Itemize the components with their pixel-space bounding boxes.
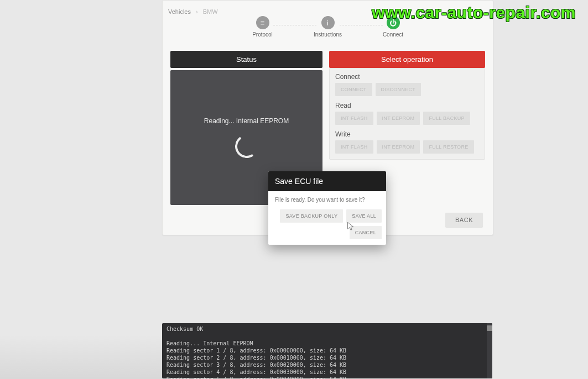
group-label-write: Write [330, 126, 485, 140]
scrollbar-thumb[interactable] [487, 325, 492, 331]
log-output: Checksum OK Reading... Internal EEPROM R… [162, 323, 492, 378]
save-ecu-dialog: Save ECU file File is ready. Do you want… [268, 171, 386, 245]
status-header: Status [170, 51, 322, 68]
step-label: Connect [383, 31, 403, 38]
step-label: Protocol [252, 31, 273, 38]
info-icon: i [321, 16, 335, 29]
save-backup-only-button[interactable]: SAVE BACKUP ONLY [280, 209, 343, 223]
list-icon: ≡ [256, 16, 269, 29]
dialog-message: File is ready. Do you want to save it? [268, 191, 386, 207]
connect-button[interactable]: CONNECT [335, 83, 372, 96]
write-int-eeprom-button[interactable]: INT EEPROM [377, 140, 420, 154]
overlay-shade [0, 335, 166, 379]
step-protocol[interactable]: ≡ Protocol [245, 16, 280, 38]
write-int-flash-button[interactable]: INT FLASH [335, 140, 373, 154]
group-label-read: Read [330, 97, 485, 112]
loading-spinner-icon [233, 133, 260, 160]
dialog-title: Save ECU file [268, 171, 386, 191]
step-label: Instructions [314, 31, 342, 38]
write-full-restore-button[interactable]: FULL RESTORE [423, 140, 473, 154]
read-int-flash-button[interactable]: INT FLASH [335, 112, 373, 125]
read-int-eeprom-button[interactable]: INT EEPROM [377, 112, 420, 125]
operation-header: Select operation [329, 51, 485, 68]
status-message: Reading... Internal EEPROM [204, 117, 289, 125]
read-full-backup-button[interactable]: FULL BACKUP [423, 112, 470, 125]
group-label-connect: Connect [330, 69, 485, 83]
disconnect-button[interactable]: DISCONNECT [376, 83, 422, 96]
save-all-button[interactable]: SAVE ALL [346, 209, 382, 223]
watermark: www.car-auto-repair.com [372, 3, 576, 22]
log-terminal: Checksum OK Reading... Internal EEPROM R… [162, 323, 492, 378]
step-instructions[interactable]: i Instructions [310, 16, 346, 38]
scrollbar-track[interactable] [487, 323, 492, 378]
cancel-button[interactable]: CANCEL [350, 226, 382, 239]
back-button[interactable]: BACK [445, 213, 483, 227]
